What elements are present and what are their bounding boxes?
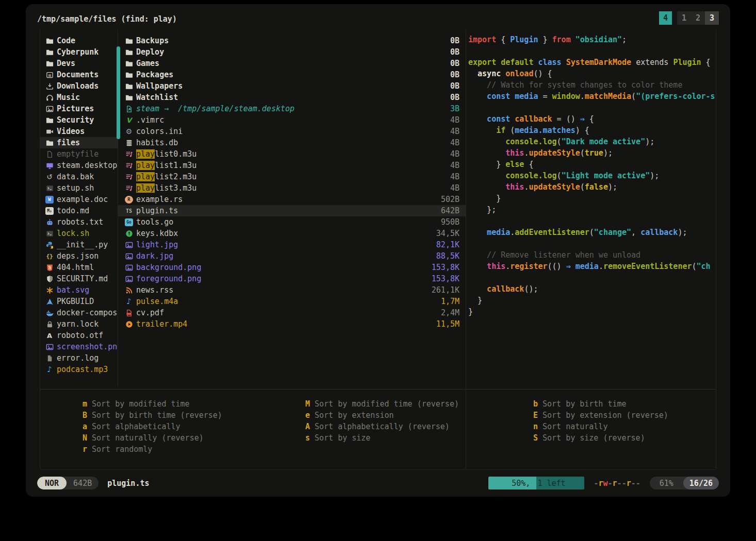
braces-icon: {} xyxy=(45,252,54,260)
shield-icon xyxy=(45,275,54,283)
image-icon xyxy=(45,343,54,351)
image-icon xyxy=(125,275,133,283)
file-row-playlist0.m3u[interactable]: playlist0.m3u4B xyxy=(118,148,466,160)
file-row-foreground.png[interactable]: foreground.png153,8K xyxy=(118,273,466,284)
parent-item-Devs[interactable]: Devs xyxy=(40,58,118,69)
file-row-light.jpg[interactable]: light.jpg82,1K xyxy=(118,239,466,250)
parent-item-Pictures[interactable]: Pictures xyxy=(40,103,118,114)
parent-item-PKGBUILD[interactable]: PKGBUILD xyxy=(40,296,118,307)
file-row-habits.db[interactable]: habits.db4B xyxy=(118,137,466,148)
file-name: Backups xyxy=(136,36,169,45)
scrollbar[interactable] xyxy=(117,46,120,139)
task-progress-bar[interactable]: 50%, 1 left xyxy=(488,477,584,489)
file-row-playlist1.m3u[interactable]: playlist1.m3u4B xyxy=(118,160,466,171)
file-row-playlist2.m3u[interactable]: playlist2.m3u4B xyxy=(118,171,466,182)
file-name: docker-compos xyxy=(57,308,117,317)
file-size: 4B xyxy=(450,149,459,159)
file-name: Code xyxy=(57,36,75,45)
parent-item-Cyberpunk[interactable]: Cyberpunk xyxy=(40,46,118,58)
file-name: habits.db xyxy=(136,138,178,147)
parent-item-emptyfile[interactable]: emptyfile xyxy=(40,148,118,160)
file-size: 34,5K xyxy=(436,229,459,238)
file-row-playlist3.m3u[interactable]: playlist3.m3u4B xyxy=(118,182,466,194)
parent-item-404.html[interactable]: 404.html xyxy=(40,262,118,273)
find-match-highlight: play xyxy=(136,149,155,159)
parent-item-SECURITY.md[interactable]: SECURITY.md xyxy=(40,273,118,284)
parent-item-example.doc[interactable]: Wexample.doc xyxy=(40,194,118,205)
file-row-plugin.ts[interactable]: TSplugin.ts642B xyxy=(118,205,466,216)
file-size: 502B xyxy=(441,195,459,204)
parent-item-bat.svg[interactable]: bat.svg xyxy=(40,284,118,296)
file-row-trailer.mp4[interactable]: trailer.mp411,5M xyxy=(118,318,466,330)
parent-item-podcast.mp3[interactable]: ♪podcast.mp3 xyxy=(40,364,118,375)
parent-item-deps.json[interactable]: {}deps.json xyxy=(40,250,118,262)
file-row-colors.ini[interactable]: ⚙colors.ini4B xyxy=(118,126,466,137)
code-line: const media = window.matchMedia("(prefer… xyxy=(468,92,717,103)
parent-item-Security[interactable]: Security xyxy=(40,114,118,126)
code-line: this.updateStyle(false); xyxy=(468,182,717,194)
go-icon: Go xyxy=(125,218,133,226)
parent-item-Code[interactable]: Code xyxy=(40,35,118,46)
cwd-breadcrumb[interactable]: /tmp/sample/files (find: play) xyxy=(37,14,177,24)
preview-pane[interactable]: import { Plugin } from "obsidian";export… xyxy=(468,35,717,318)
file-row-Deploy[interactable]: Deploy0B xyxy=(118,46,466,58)
file-row-cv.pdf[interactable]: cv.pdf2,4M xyxy=(118,307,466,318)
parent-item-roboto.otf[interactable]: Aroboto.otf xyxy=(40,330,118,341)
file-size: 88,5K xyxy=(436,251,459,261)
file-size: 1,7M xyxy=(441,297,459,306)
parent-item-steam.desktop[interactable]: steam.desktop xyxy=(40,160,118,171)
parent-item-Videos[interactable]: Videos xyxy=(40,126,118,137)
file-row-background.png[interactable]: background.png153,8K xyxy=(118,262,466,273)
folder-icon xyxy=(125,59,133,67)
parent-item-yarn.lock[interactable]: yarn.lock xyxy=(40,318,118,330)
file-row-news.rss[interactable]: news.rss261,1K xyxy=(118,284,466,296)
tab-group: 123 xyxy=(677,11,719,25)
file-name: trailer.mp4 xyxy=(136,319,187,329)
tab-4-active[interactable]: 4 xyxy=(659,11,672,25)
file-name: plugin.ts xyxy=(136,206,178,215)
parent-item-todo.md[interactable]: M↓todo.md xyxy=(40,205,118,216)
tab-3[interactable]: 3 xyxy=(705,11,719,25)
code-line xyxy=(468,216,717,228)
find-match-highlight: play xyxy=(136,183,155,193)
parent-item-data.bak[interactable]: ↺data.bak xyxy=(40,171,118,182)
parent-item-Documents[interactable]: Documents xyxy=(40,69,118,80)
parent-item-Music[interactable]: Music xyxy=(40,92,118,103)
code-line: // Watch for system changes to color the… xyxy=(468,80,717,92)
help-item-r: rSort randomly xyxy=(78,444,222,455)
file-row-Packages[interactable]: Packages0B xyxy=(118,69,466,80)
file-name: news.rss xyxy=(136,285,173,295)
file-row-Backups[interactable]: Backups0B xyxy=(118,35,466,46)
file-row-dark.jpg[interactable]: dark.jpg88,5K xyxy=(118,250,466,262)
file-row-.vimrc[interactable]: V.vimrc4B xyxy=(118,114,466,126)
parent-pane: CodeCyberpunkDevsDocumentsDownloadsMusic… xyxy=(40,35,118,375)
hotkey-description: Sort by size (reverse) xyxy=(543,433,645,443)
parent-item-robots.txt[interactable]: robots.txt xyxy=(40,216,118,228)
parent-item-__init__.py[interactable]: __init__.py xyxy=(40,239,118,250)
file-row-tools.go[interactable]: Gotools.go950B xyxy=(118,216,466,228)
parent-item-screenshot.pn[interactable]: screenshot.pn xyxy=(40,341,118,352)
file-row-Games[interactable]: Games0B xyxy=(118,58,466,69)
vim-icon: V xyxy=(125,116,133,124)
hotkey-description: Sort alphabetically xyxy=(92,422,180,431)
parent-item-Downloads[interactable]: Downloads xyxy=(40,80,118,92)
yazi-window: /tmp/sample/files (find: play) 4123 Code… xyxy=(26,4,730,497)
file-row-Watchlist[interactable]: Watchlist0B xyxy=(118,92,466,103)
parent-item-lock.sh[interactable]: lock.sh xyxy=(40,228,118,239)
file-size: 0B xyxy=(450,70,459,79)
parent-item-files[interactable]: files xyxy=(40,137,118,148)
tab-1[interactable]: 1 xyxy=(677,11,691,25)
tab-2[interactable]: 2 xyxy=(691,11,705,25)
file-row-pulse.m4a[interactable]: ♪pulse.m4a1,7M xyxy=(118,296,466,307)
arch-icon xyxy=(45,297,54,306)
file-row-keys.kdbx[interactable]: keys.kdbx34,5K xyxy=(118,228,466,239)
docker-icon xyxy=(45,309,54,317)
file-row-Wallpapers[interactable]: Wallpapers0B xyxy=(118,80,466,92)
parent-item-docker-compos[interactable]: docker-compos xyxy=(40,307,118,318)
current-pane: Backups0BDeploy0BGames0BPackages0BWallpa… xyxy=(118,35,466,330)
parent-item-error.log[interactable]: error.log xyxy=(40,352,118,364)
file-row-steam[interactable]: steam → /tmp/sample/steam.desktop3B xyxy=(118,103,466,114)
file-row-example.rs[interactable]: Rexample.rs502B xyxy=(118,194,466,205)
parent-item-setup.sh[interactable]: setup.sh xyxy=(40,182,118,194)
file-name: podcast.mp3 xyxy=(57,365,108,374)
